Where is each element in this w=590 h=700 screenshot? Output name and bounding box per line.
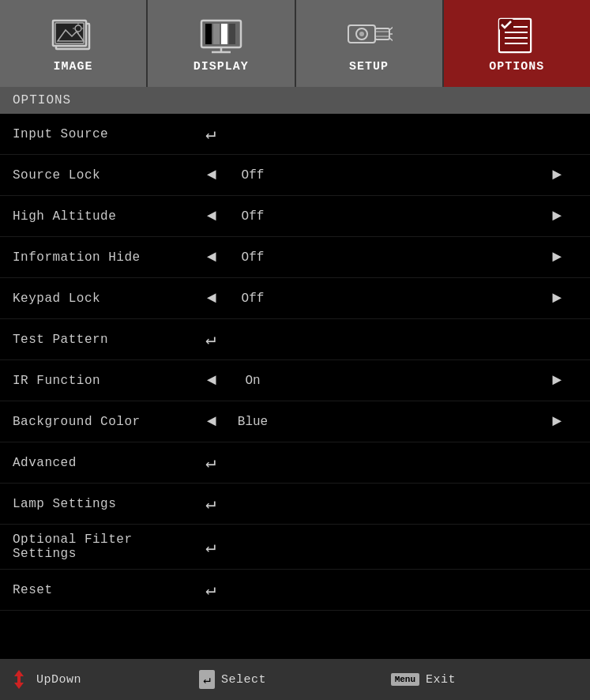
- menu-label: Keypad Lock: [13, 292, 202, 306]
- bottom-bar: UpDown ↵ Select Menu Exit: [0, 659, 590, 700]
- svg-line-22: [389, 26, 393, 30]
- image-icon: [50, 14, 97, 55]
- menu-label: Advanced: [13, 456, 202, 470]
- menu-row-advanced[interactable]: Advanced↵: [0, 442, 590, 484]
- menu-label: Input Source: [13, 127, 202, 141]
- section-header: OPTIONS: [0, 87, 590, 114]
- menu-list: Input Source↵Source Lock◄Off►High Altitu…: [0, 114, 590, 611]
- svg-rect-13: [229, 24, 235, 44]
- menu-label: Information Hide: [13, 250, 202, 265]
- menu-value: On: [221, 374, 284, 388]
- menu-key-icon: Menu: [391, 673, 419, 686]
- enter-arrow-icon: ↵: [205, 123, 216, 145]
- right-arrow-btn[interactable]: ►: [547, 289, 577, 307]
- left-arrow-btn[interactable]: ◄: [202, 371, 221, 390]
- bottom-exit: Menu Exit: [391, 673, 582, 687]
- app-container: IMAGE DISPLAY: [0, 0, 590, 700]
- right-arrow-btn[interactable]: ►: [547, 166, 577, 184]
- right-arrow-btn[interactable]: ►: [547, 207, 577, 225]
- menu-row-ir-function[interactable]: IR Function◄On►: [0, 360, 590, 401]
- bottom-select: ↵ Select: [199, 670, 390, 689]
- tab-options[interactable]: OPTIONS: [444, 0, 590, 87]
- bottom-exit-label: Exit: [426, 673, 456, 687]
- menu-row-optional-filter-settings[interactable]: Optional Filter Settings↵: [0, 525, 590, 570]
- menu-value: Off: [221, 292, 284, 306]
- svg-marker-33: [14, 683, 24, 689]
- right-arrow-btn[interactable]: ►: [547, 371, 577, 390]
- left-arrow-btn[interactable]: ◄: [202, 207, 221, 225]
- menu-label: Background Color: [13, 415, 202, 429]
- menu-label: Source Lock: [13, 168, 202, 183]
- tab-display-label: DISPLAY: [194, 60, 249, 73]
- tab-display[interactable]: DISPLAY: [148, 0, 295, 87]
- svg-rect-12: [221, 24, 227, 44]
- left-arrow-btn[interactable]: ◄: [202, 412, 221, 431]
- menu-label: Test Pattern: [13, 333, 202, 347]
- enter-arrow-icon: ↵: [205, 493, 216, 514]
- tab-image[interactable]: IMAGE: [0, 0, 148, 87]
- tab-setup-label: SETUP: [349, 60, 389, 73]
- left-arrow-btn[interactable]: ◄: [202, 289, 221, 307]
- svg-rect-34: [17, 676, 21, 683]
- svg-rect-11: [213, 24, 220, 44]
- menu-label: Lamp Settings: [13, 497, 202, 511]
- menu-value: Off: [221, 168, 284, 183]
- menu-row-reset[interactable]: Reset↵: [0, 570, 590, 611]
- svg-point-18: [359, 32, 364, 36]
- svg-marker-32: [14, 670, 24, 676]
- menu-label: Reset: [13, 583, 202, 597]
- menu-label: Optional Filter Settings: [13, 533, 202, 561]
- menu-label: IR Function: [13, 374, 202, 388]
- bottom-updown: UpDown: [8, 668, 199, 691]
- enter-arrow-icon: ↵: [205, 452, 216, 473]
- menu-row-high-altitude[interactable]: High Altitude◄Off►: [0, 196, 590, 237]
- tab-options-label: OPTIONS: [489, 60, 544, 73]
- menu-label: High Altitude: [13, 209, 202, 224]
- menu-row-source-lock[interactable]: Source Lock◄Off►: [0, 155, 590, 196]
- tab-image-label: IMAGE: [54, 60, 93, 73]
- enter-arrow-icon: ↵: [205, 579, 216, 600]
- menu-value: Blue: [221, 415, 284, 429]
- menu-row-lamp-settings[interactable]: Lamp Settings↵: [0, 484, 590, 525]
- enter-key-icon: ↵: [199, 670, 215, 689]
- menu-value: Off: [221, 250, 284, 265]
- setup-icon: [345, 14, 393, 55]
- bottom-updown-label: UpDown: [36, 673, 81, 687]
- right-arrow-btn[interactable]: ►: [547, 412, 577, 431]
- menu-row-input-source[interactable]: Input Source↵: [0, 114, 590, 155]
- menu-row-background-color[interactable]: Background Color◄Blue►: [0, 401, 590, 442]
- updown-icon: [8, 668, 30, 691]
- svg-line-24: [389, 38, 393, 42]
- menu-row-information-hide[interactable]: Information Hide◄Off►: [0, 237, 590, 278]
- display-icon: [197, 14, 245, 55]
- options-icon: [493, 14, 540, 55]
- left-arrow-btn[interactable]: ◄: [202, 248, 221, 266]
- right-arrow-btn[interactable]: ►: [547, 248, 577, 266]
- top-nav: IMAGE DISPLAY: [0, 0, 590, 87]
- svg-rect-10: [205, 24, 212, 44]
- menu-row-keypad-lock[interactable]: Keypad Lock◄Off►: [0, 278, 590, 319]
- menu-value: Off: [221, 209, 284, 224]
- svg-rect-19: [375, 28, 389, 40]
- left-arrow-btn[interactable]: ◄: [202, 166, 221, 184]
- menu-row-test-pattern[interactable]: Test Pattern↵: [0, 319, 590, 360]
- enter-arrow-icon: ↵: [205, 536, 216, 558]
- enter-arrow-icon: ↵: [205, 329, 216, 350]
- bottom-select-label: Select: [221, 673, 266, 687]
- tab-setup[interactable]: SETUP: [296, 0, 444, 87]
- svg-rect-31: [499, 19, 513, 30]
